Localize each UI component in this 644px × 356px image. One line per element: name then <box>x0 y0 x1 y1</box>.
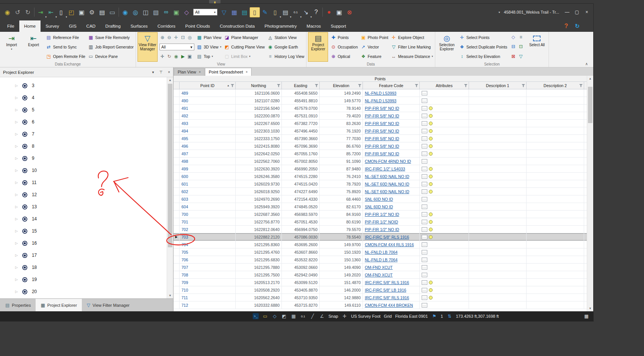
ribbon-tab-point-clouds[interactable]: Point Clouds <box>180 20 215 32</box>
feature-code-link[interactable]: PIP-FIR 5/8" NO ID <box>365 129 399 133</box>
expand-icon[interactable]: ▷ <box>15 290 18 294</box>
column-header-description-1[interactable]: Description 1 <box>469 82 527 89</box>
ribbon-tab-support[interactable]: Support <box>326 20 351 32</box>
expand-icon[interactable]: ▷ <box>15 229 18 233</box>
scroll-up-icon[interactable]: ▲ <box>589 76 592 81</box>
attributes-button[interactable]: ... <box>422 250 427 255</box>
table-row-702[interactable]: 7021622812.0640456994.075079.5570PIP-FIR… <box>174 226 587 233</box>
tree-item-16[interactable]: ▷16 <box>0 237 167 249</box>
feature-code-link[interactable]: NL-SET 60D NAIL NO ID <box>365 189 409 194</box>
column-header-description-2[interactable]: Description 2 <box>527 82 584 89</box>
attributes-button[interactable]: ... <box>422 227 427 232</box>
help-icon[interactable]: ? <box>564 23 568 30</box>
select-by-elevation-button[interactable]: ↕Select by Elevation <box>459 53 507 60</box>
measure-distance-button[interactable]: ↔Measure Distance▾ <box>391 53 433 60</box>
tree-item-15[interactable]: ▷15 <box>0 225 167 237</box>
table-row-496[interactable]: 4961622415.8080457096.369086.6760PIP-FIR… <box>174 142 587 150</box>
point-id-cell[interactable]: 491 <box>180 105 236 112</box>
feature-code-link[interactable]: NL-SET 60D NAIL NO ID <box>365 174 409 179</box>
point-id-cell[interactable]: 600 <box>180 173 236 180</box>
ribbon-tab-cad[interactable]: CAD <box>81 20 100 32</box>
feature-code-link[interactable]: PIP-FIR 5/8" NO ID <box>365 106 399 111</box>
bottom-tab-properties[interactable]: ▤Properties <box>0 299 36 311</box>
attributes-button[interactable]: ... <box>422 98 427 103</box>
attributes-button[interactable]: ... <box>422 151 427 156</box>
view-filter-combo[interactable]: All▾ <box>159 44 194 50</box>
app-menu-icon[interactable]: ◉ <box>2 7 13 17</box>
table-scroll-thumb[interactable] <box>588 87 592 123</box>
view-grid-icon[interactable]: ◫ <box>141 7 151 17</box>
feature-code-link[interactable]: NL-SET 60D NAIL NO ID <box>365 182 409 186</box>
filter-check-icon[interactable]: ▽ <box>219 7 229 17</box>
ribbon-tab-corridors[interactable]: Corridors <box>153 20 180 32</box>
attributes-button[interactable]: ... <box>422 174 427 179</box>
point-id-cell[interactable]: 701 <box>180 218 236 225</box>
grid-label[interactable]: Grid <box>384 314 392 319</box>
snap-line-icon[interactable]: ╱ <box>309 313 316 319</box>
snap-angle-icon[interactable]: ∠ <box>319 313 325 319</box>
expand-icon[interactable]: ▷ <box>15 278 18 281</box>
reference-file-button[interactable]: ▤Reference File <box>46 34 85 41</box>
rectangle-select-icon[interactable]: ▭ <box>262 313 268 319</box>
attributes-button[interactable]: ... <box>422 106 427 111</box>
point-id-cell[interactable]: 603 <box>180 195 236 203</box>
feature-code-link[interactable]: PIP-FIR 5/8" NO ID <box>365 144 399 148</box>
attributes-button[interactable]: ... <box>422 273 427 277</box>
title-dropdown-icon[interactable]: ▾ <box>499 11 500 14</box>
unit-label[interactable]: US Survey Foot <box>351 314 381 319</box>
close-tab-icon[interactable]: × <box>199 70 201 74</box>
photo-link-icon[interactable]: ∞ <box>161 7 171 17</box>
column-header-point-id[interactable]: Point ID▲ <box>180 82 236 89</box>
ribbon-tab-file[interactable]: File <box>2 20 19 32</box>
attributes-button[interactable]: ... <box>422 167 427 171</box>
point-id-cell[interactable]: 496 <box>180 142 236 150</box>
undo-icon[interactable]: ↺ <box>13 7 23 17</box>
shapes-icon[interactable]: ◇ <box>181 7 192 17</box>
attributes-button[interactable]: ... <box>422 235 427 239</box>
top-view-button[interactable]: ▤Top▾ <box>197 53 222 60</box>
expand-icon[interactable]: ▷ <box>15 144 18 148</box>
table-row-494[interactable]: 4941622303.1030457496.445076.1920PIP-FIR… <box>174 127 587 135</box>
feature-code-link[interactable]: PIP-FIR 1/2" NO ID <box>365 212 399 217</box>
point-id-cell[interactable]: 492 <box>180 112 236 119</box>
point-id-cell[interactable]: 494 <box>180 127 236 134</box>
scroll-up-icon[interactable]: ▲ <box>169 78 172 83</box>
attributes-button[interactable]: ... <box>422 144 427 148</box>
feature-code-link[interactable]: SNL 60D NO ID <box>365 205 393 209</box>
feature-code-link[interactable]: PIP-FIR 5/8" NO ID <box>365 114 399 118</box>
photo-point-button[interactable]: ▣Photo Point <box>361 34 388 41</box>
project-explorer-button[interactable]: ▤Project Explorer <box>308 32 328 62</box>
feature-code-link[interactable]: IRC-FIRC 5/8" LB 1916 <box>365 288 406 292</box>
tree-item-5[interactable]: ▷5 <box>0 104 167 116</box>
table-row-705[interactable]: 7051621295.4760453607.8660150.1920NL-FNL… <box>174 248 587 256</box>
dimension-arrow-icon[interactable]: ↘▾ <box>301 7 311 17</box>
point-id-cell[interactable]: 499 <box>180 165 236 172</box>
attributes-button[interactable]: ... <box>422 212 427 217</box>
send-to-sync-button[interactable]: ⇄Send to Sync <box>46 44 85 50</box>
expand-icon[interactable]: ▷ <box>15 217 18 221</box>
attributes-button[interactable]: ... <box>422 258 427 262</box>
tree-item-17[interactable]: ▷17 <box>0 249 167 261</box>
tree-item-19[interactable]: ▷19 <box>0 273 167 286</box>
table-row-703[interactable]: ▶7031622882.2120457086.003078.5540IRC-FI… <box>174 233 587 241</box>
spreadsheet-edit-icon[interactable]: ▦ <box>229 7 239 17</box>
expand-icon[interactable]: ▷ <box>15 120 18 124</box>
ribbon-tab-gis[interactable]: GIS <box>64 20 81 32</box>
table-row-603[interactable]: 6031624970.2690472154.433068.4460SNL 60D… <box>174 195 587 203</box>
close-tab-icon[interactable]: × <box>246 70 248 74</box>
attributes-button[interactable]: ... <box>422 189 427 194</box>
expand-icon[interactable]: ▷ <box>15 108 18 112</box>
look-around-icon[interactable]: ◉ <box>173 53 179 59</box>
attributes-button[interactable]: ... <box>422 197 427 201</box>
feature-code-link[interactable]: IRC-FIRC 1/2" LS4033 <box>365 167 405 171</box>
open-remote-file-button[interactable]: ◳Open Remote File <box>46 53 85 60</box>
save-file-remotely-button[interactable]: ▦Save File Remotely <box>88 34 134 41</box>
pan-mode-icon[interactable]: ✛ <box>342 313 348 319</box>
invert-selection-icon[interactable]: ⊟ <box>510 44 516 50</box>
filter-icon[interactable] <box>231 84 234 87</box>
filter-icon[interactable] <box>358 84 361 87</box>
cutting-plane-view-button[interactable]: ◩Cutting Plane View <box>224 44 265 50</box>
tree-item-4[interactable]: ▷4 <box>0 92 167 104</box>
vector-button[interactable]: ↗Vector <box>361 44 388 50</box>
tree-item-12[interactable]: ▷12 <box>0 189 167 201</box>
